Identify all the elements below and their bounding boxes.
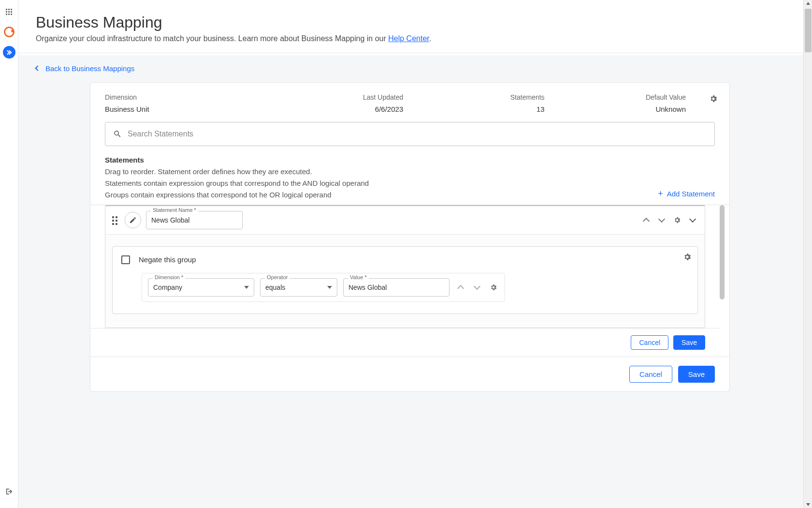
expr-move-up-button[interactable] xyxy=(455,282,466,293)
scroll-up-icon xyxy=(806,2,810,5)
add-statement-button[interactable]: + Add Statement xyxy=(658,189,715,199)
page-title: Business Mapping xyxy=(36,14,795,31)
group-settings-button[interactable] xyxy=(683,253,692,263)
statement-settings-button[interactable] xyxy=(672,215,682,225)
main-content: Back to Business Mappings Dimension Busi… xyxy=(18,55,812,508)
summary-row: Dimension Business Unit Last Updated 6/6… xyxy=(90,93,729,122)
statements-count-label: Statements xyxy=(403,93,544,101)
edit-statement-button[interactable] xyxy=(125,212,141,228)
scroll-down-icon xyxy=(806,503,810,506)
card-settings-button[interactable] xyxy=(709,94,718,105)
help-center-link[interactable]: Help Center xyxy=(388,34,429,43)
dimension-value: Business Unit xyxy=(105,105,262,113)
expression-row: Dimension * Company Operator e xyxy=(142,273,505,302)
search-statements-box[interactable] xyxy=(105,122,715,146)
negate-group-checkbox[interactable] xyxy=(121,255,130,264)
move-down-button[interactable] xyxy=(656,215,667,225)
page-scrollbar[interactable] xyxy=(803,0,812,508)
expr-settings-button[interactable] xyxy=(488,282,499,293)
expand-sidebar-button[interactable] xyxy=(2,45,16,59)
search-input[interactable] xyxy=(128,130,707,138)
plus-icon: + xyxy=(658,189,663,199)
page-subtitle: Organize your cloud infrastructure to ma… xyxy=(36,34,795,43)
statements-count-value: 13 xyxy=(403,105,544,113)
statement-name-input[interactable]: News Global xyxy=(146,211,243,229)
default-value-label: Default Value xyxy=(545,93,686,101)
statements-scrollbar[interactable] xyxy=(720,205,725,299)
value-input[interactable]: News Global xyxy=(343,278,450,297)
collapse-toggle[interactable] xyxy=(687,215,698,225)
statement-cancel-button[interactable]: Cancel xyxy=(631,335,668,350)
dimension-label: Dimension xyxy=(105,93,262,101)
left-sidebar xyxy=(0,0,18,508)
save-button[interactable]: Save xyxy=(678,366,715,383)
statement-save-button[interactable]: Save xyxy=(673,335,705,350)
move-up-button[interactable] xyxy=(641,215,652,225)
logout-icon[interactable] xyxy=(2,485,16,498)
search-icon xyxy=(113,130,122,138)
last-updated-label: Last Updated xyxy=(262,93,403,101)
expression-group: Negate this group Dimension * Company xyxy=(112,246,698,314)
statements-info: Statements Drag to reorder. Statement or… xyxy=(105,156,658,201)
cancel-button[interactable]: Cancel xyxy=(629,366,672,383)
dropdown-arrow-icon xyxy=(244,286,249,289)
dropdown-arrow-icon xyxy=(327,286,332,289)
expr-move-down-button[interactable] xyxy=(472,282,482,293)
drag-handle-icon[interactable] xyxy=(112,216,120,224)
brand-logo-icon[interactable] xyxy=(2,25,16,39)
operator-select[interactable]: equals xyxy=(260,278,337,297)
default-value-value: Unknown xyxy=(545,105,686,113)
negate-group-label: Negate this group xyxy=(139,255,196,264)
apps-grid-icon[interactable] xyxy=(2,5,16,18)
dimension-select[interactable]: Company xyxy=(148,278,254,297)
back-link[interactable]: Back to Business Mappings xyxy=(36,64,134,73)
last-updated-value: 6/6/2023 xyxy=(262,105,403,113)
mapping-card: Dimension Business Unit Last Updated 6/6… xyxy=(90,82,730,392)
statement-block: Statement Name * News Global xyxy=(105,205,705,328)
scrollbar-thumb[interactable] xyxy=(805,9,812,52)
page-header: Business Mapping Organize your cloud inf… xyxy=(18,0,812,53)
chevron-left-icon xyxy=(35,65,40,71)
